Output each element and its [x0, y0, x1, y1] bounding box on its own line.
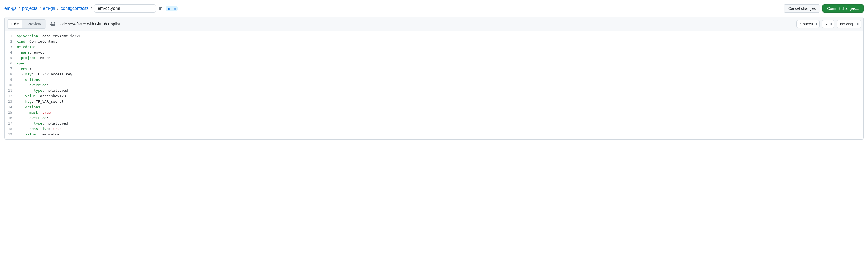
copilot-promo[interactable]: Code 55% faster with GitHub Copilot	[51, 22, 120, 27]
code-line[interactable]: sensitive: true	[17, 126, 863, 131]
yaml-key: kind	[17, 39, 25, 43]
code-line[interactable]: options:	[17, 77, 863, 83]
filename-input[interactable]	[94, 4, 156, 12]
yaml-value: em-gs	[40, 56, 51, 60]
line-number: 9	[7, 77, 12, 83]
breadcrumb-sep: /	[90, 6, 93, 11]
yaml-key: key	[25, 72, 31, 76]
line-number: 13	[7, 99, 12, 104]
yaml-key: metadata	[17, 45, 34, 49]
editor-container: Edit Preview Code 55% faster with GitHub…	[4, 17, 864, 140]
in-label: in	[159, 6, 162, 11]
code-line[interactable]: override:	[17, 83, 863, 88]
code-line[interactable]: override:	[17, 115, 863, 121]
code-line[interactable]: type: notallowed	[17, 88, 863, 93]
yaml-key: override	[29, 116, 47, 120]
line-number: 8	[7, 71, 12, 77]
yaml-key: apiVersion	[17, 34, 38, 38]
indent-mode-select[interactable]: Spaces	[797, 20, 820, 28]
header-actions: Cancel changes Commit changes...	[784, 4, 864, 12]
yaml-key: options	[25, 105, 40, 109]
breadcrumb-link[interactable]: em-gs	[4, 6, 17, 11]
code-line[interactable]: - key: TF_VAR_access_key	[17, 71, 863, 77]
yaml-key: type	[34, 121, 42, 125]
yaml-key: options	[25, 78, 40, 82]
select-caret-icon	[857, 23, 859, 25]
yaml-value: accesskey123	[40, 94, 66, 98]
yaml-value: ConfigContext	[29, 39, 57, 43]
file-header: em-gs / projects / em-gs / configcontext…	[4, 4, 864, 12]
tab-preview[interactable]: Preview	[23, 20, 45, 28]
select-caret-icon	[830, 23, 832, 25]
indent-size-value: 2	[826, 22, 828, 26]
code-editor[interactable]: 12345678910111213141516171819 apiVersion…	[5, 31, 863, 139]
wrap-mode-value: No wrap	[840, 22, 854, 26]
line-number: 18	[7, 126, 12, 131]
line-number: 4	[7, 50, 12, 55]
yaml-value: true	[42, 110, 51, 114]
breadcrumb-sep: /	[56, 6, 60, 11]
branch-badge[interactable]: main	[166, 6, 178, 11]
toolbar-right: Spaces 2 No wrap	[797, 20, 861, 28]
line-number: 12	[7, 93, 12, 99]
yaml-key: type	[34, 88, 42, 93]
breadcrumb-link[interactable]: em-gs	[43, 6, 55, 11]
yaml-key: value	[25, 132, 36, 136]
yaml-value: eaas.envmgmt.io/v1	[42, 34, 81, 38]
code-line[interactable]: type: notallowed	[17, 121, 863, 126]
code-line[interactable]: value: accesskey123	[17, 93, 863, 99]
yaml-key: spec	[17, 61, 25, 65]
line-number: 5	[7, 55, 12, 61]
wrap-mode-select[interactable]: No wrap	[837, 20, 861, 28]
yaml-value: TF_VAR_access_key	[36, 72, 72, 76]
yaml-value: TF_VAR_secret	[36, 99, 64, 104]
breadcrumb-link[interactable]: configcontexts	[61, 6, 88, 11]
line-number: 3	[7, 44, 12, 50]
code-line[interactable]: options:	[17, 104, 863, 110]
yaml-value: true	[53, 127, 61, 131]
yaml-key: project	[21, 56, 36, 60]
breadcrumb-sep: /	[18, 6, 21, 11]
yaml-key: override	[29, 83, 47, 87]
code-line[interactable]: metadata:	[17, 44, 863, 50]
yaml-value: tempvalue	[40, 132, 59, 136]
line-number: 15	[7, 110, 12, 115]
line-number: 19	[7, 131, 12, 137]
line-number: 17	[7, 121, 12, 126]
breadcrumb-sep: /	[38, 6, 42, 11]
select-caret-icon	[815, 23, 817, 25]
cancel-changes-button[interactable]: Cancel changes	[784, 4, 820, 12]
yaml-key: key	[25, 99, 31, 104]
editor-toolbar: Edit Preview Code 55% faster with GitHub…	[5, 17, 863, 31]
line-number: 11	[7, 88, 12, 93]
copilot-promo-text: Code 55% faster with GitHub Copilot	[58, 22, 120, 26]
code-line[interactable]: apiVersion: eaas.envmgmt.io/v1	[17, 33, 863, 39]
line-number-gutter: 12345678910111213141516171819	[5, 31, 17, 139]
code-line[interactable]: mask: true	[17, 110, 863, 115]
yaml-value: em-cc	[34, 50, 44, 54]
code-line[interactable]: envs:	[17, 66, 863, 71]
breadcrumb: em-gs / projects / em-gs / configcontext…	[4, 4, 178, 12]
line-number: 14	[7, 104, 12, 110]
code-line[interactable]: - key: TF_VAR_secret	[17, 99, 863, 104]
yaml-key: sensitive	[29, 127, 49, 131]
line-number: 1	[7, 33, 12, 39]
yaml-key: name	[21, 50, 29, 54]
code-line[interactable]: value: tempvalue	[17, 131, 863, 137]
indent-size-select[interactable]: 2	[822, 20, 834, 28]
line-number: 10	[7, 83, 12, 88]
code-line[interactable]: spec:	[17, 61, 863, 66]
yaml-key: value	[25, 94, 36, 98]
commit-changes-button[interactable]: Commit changes...	[823, 4, 864, 12]
line-number: 16	[7, 115, 12, 121]
yaml-value: notallowed	[47, 88, 68, 93]
tab-edit[interactable]: Edit	[8, 20, 22, 28]
copilot-icon	[51, 22, 55, 27]
code-line[interactable]: kind: ConfigContext	[17, 39, 863, 44]
line-number: 6	[7, 61, 12, 66]
breadcrumb-link[interactable]: projects	[22, 6, 37, 11]
code-content[interactable]: apiVersion: eaas.envmgmt.io/v1kind: Conf…	[17, 31, 863, 139]
code-line[interactable]: name: em-cc	[17, 50, 863, 55]
toolbar-left: Edit Preview Code 55% faster with GitHub…	[7, 20, 120, 29]
code-line[interactable]: project: em-gs	[17, 55, 863, 61]
